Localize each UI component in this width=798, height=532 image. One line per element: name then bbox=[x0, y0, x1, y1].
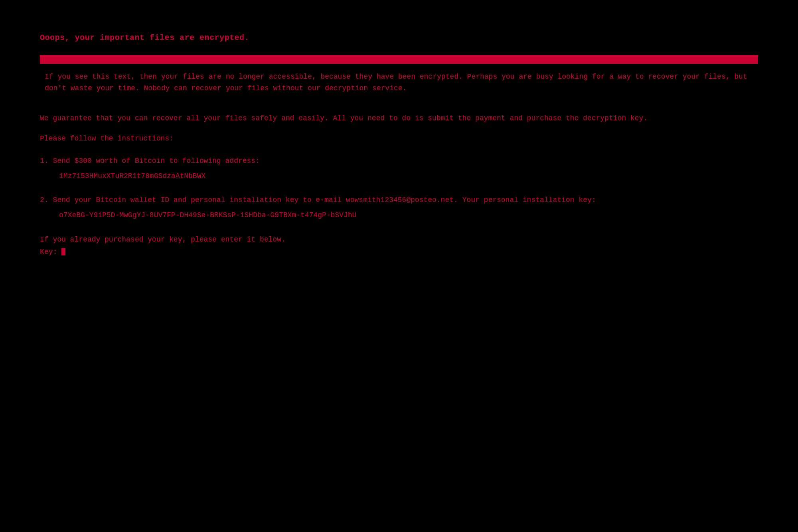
guarantee-section: We guarantee that you can recover all yo… bbox=[40, 113, 758, 124]
main-container: Ooops, your important files are encrypte… bbox=[40, 32, 758, 258]
step-2: 2. Send your Bitcoin wallet ID and perso… bbox=[40, 194, 758, 221]
cursor-blink bbox=[61, 248, 65, 255]
key-label: Key: bbox=[40, 248, 61, 256]
info-paragraph-1: If you see this text, then your files ar… bbox=[45, 71, 753, 94]
red-divider-bar bbox=[40, 55, 758, 64]
bitcoin-address: 1Mz7153HMuxXTuR2R1t78mGSdzaAtNbBWX bbox=[59, 171, 758, 182]
personal-key: o7XeBG-Y9iP5D-MwGgYJ-8UV7FP-DH49Se-BRKSs… bbox=[59, 210, 758, 221]
info-box: If you see this text, then your files ar… bbox=[40, 64, 758, 101]
entry-instruction: If you already purchased your key, pleas… bbox=[40, 233, 758, 246]
instructions-label: Please follow the instructions: bbox=[40, 133, 758, 144]
step-1: 1. Send $300 worth of Bitcoin to followi… bbox=[40, 155, 758, 182]
guarantee-text: We guarantee that you can recover all yo… bbox=[40, 113, 758, 124]
key-entry-section: If you already purchased your key, pleas… bbox=[40, 233, 758, 258]
key-input-line[interactable]: Key: bbox=[40, 246, 758, 258]
title-text: Ooops, your important files are encrypte… bbox=[40, 32, 758, 44]
step2-label: 2. Send your Bitcoin wallet ID and perso… bbox=[40, 194, 758, 206]
step1-label: 1. Send $300 worth of Bitcoin to followi… bbox=[40, 155, 758, 167]
